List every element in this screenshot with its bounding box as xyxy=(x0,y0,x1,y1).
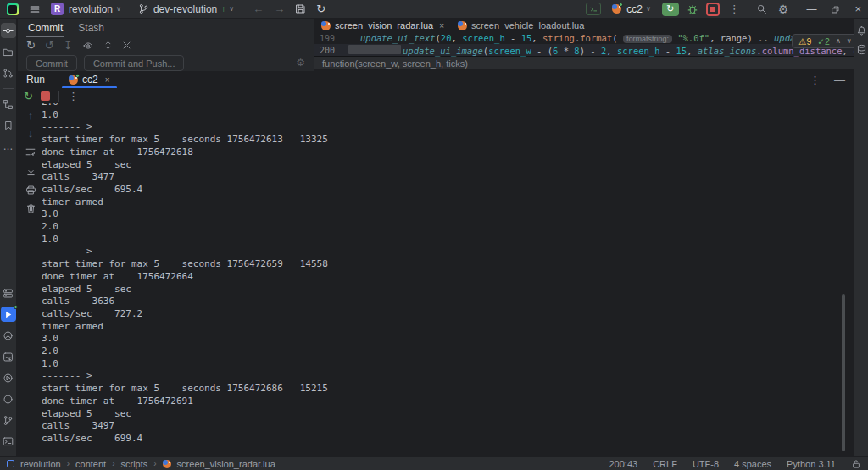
tab-commit[interactable]: Commit xyxy=(28,19,63,37)
hide-toolwindow-icon[interactable]: — xyxy=(834,75,845,86)
bookmark-icon xyxy=(3,120,14,130)
branch-widget[interactable]: dev-revolution ↑ ∨ xyxy=(138,3,234,15)
close-tab-icon[interactable]: × xyxy=(105,75,110,85)
forward-button[interactable]: → xyxy=(274,3,285,14)
stop-button[interactable] xyxy=(706,3,720,16)
project-toolwindow-button[interactable] xyxy=(1,44,16,59)
commit-and-push-button[interactable]: Commit and Push... xyxy=(84,55,185,71)
search-everywhere-button[interactable] xyxy=(756,3,767,14)
code-area[interactable]: 199update_ui_text(20, screen_h - 15, str… xyxy=(314,32,854,56)
close-window-button[interactable]: × xyxy=(854,3,861,15)
sync-button[interactable]: ↻ xyxy=(316,3,326,14)
breadcrumb-item[interactable]: scripts xyxy=(120,459,147,469)
more-actions-icon[interactable]: ⋮ xyxy=(729,3,740,14)
stop-icon[interactable] xyxy=(41,91,50,101)
close-tab-icon[interactable]: × xyxy=(439,21,444,30)
commit-toolwindow-button[interactable] xyxy=(1,23,16,38)
editor-tabs: screen_vision_radar.lua × screen_vehicle… xyxy=(314,19,854,32)
save-icon xyxy=(295,3,306,14)
python-packages-button[interactable] xyxy=(1,328,16,343)
structure-icon xyxy=(3,99,14,110)
clear-all-icon[interactable] xyxy=(25,202,36,214)
line-separator-widget[interactable]: CRLF xyxy=(653,459,677,469)
breadcrumb-item[interactable]: screen_vision_radar.lua xyxy=(177,459,275,469)
run-toolwindow-button[interactable] xyxy=(1,307,16,322)
prev-problem-icon[interactable]: ∧ xyxy=(836,37,841,45)
commit-options-gear-icon[interactable]: ⚙ xyxy=(296,57,305,69)
endpoints-button[interactable] xyxy=(1,370,16,385)
breadcrumb-item[interactable]: content xyxy=(75,459,106,469)
editor-tab-inactive[interactable]: screen_vehicle_loadout.lua xyxy=(458,20,584,30)
bookmarks-toolwindow-button[interactable] xyxy=(1,118,16,133)
settings-gear-icon[interactable]: ⚙ xyxy=(778,3,789,15)
breadcrumb-item[interactable]: revolution xyxy=(20,459,61,469)
main-menu-icon[interactable] xyxy=(29,3,41,15)
code-line[interactable]: 199update_ui_text(20, screen_h - 15, str… xyxy=(314,32,854,44)
indent-widget[interactable]: 4 spaces xyxy=(734,459,771,469)
scroll-to-end-icon[interactable] xyxy=(25,164,36,176)
collapse-all-icon[interactable] xyxy=(122,39,131,51)
back-button[interactable]: ← xyxy=(253,3,264,14)
minimize-button[interactable]: — xyxy=(806,3,816,15)
title-bar: R revolution ∨ dev-revolution ↑ ∨ ← → ↻ … xyxy=(0,0,868,19)
more-icon[interactable]: ⋮ xyxy=(68,91,79,102)
python-console-button[interactable] xyxy=(1,349,16,364)
run-tab-cc2[interactable]: cc2 × xyxy=(67,71,112,88)
caret-position-widget[interactable]: 200:43 xyxy=(609,459,638,469)
console-scrollbar[interactable] xyxy=(842,294,845,451)
restore-button[interactable] xyxy=(831,3,840,15)
database-toolwindow-button[interactable] xyxy=(854,42,868,56)
sticky-function-line[interactable]: function(screen_w, screen_h, ticks) xyxy=(314,56,854,69)
expand-collapse-icon[interactable] xyxy=(103,39,113,51)
more-toolwindows-button[interactable]: … xyxy=(1,139,16,154)
terminal-toolwindow-button[interactable] xyxy=(1,434,16,449)
version-control-button[interactable] xyxy=(1,412,16,428)
save-all-button[interactable] xyxy=(295,3,306,14)
services-icon xyxy=(3,288,14,299)
terminal-quick-icon[interactable] xyxy=(586,3,601,15)
run-options-icon[interactable]: ⋮ xyxy=(810,75,821,86)
preview-diff-eye-icon[interactable] xyxy=(82,39,94,51)
lock-icon[interactable] xyxy=(851,458,861,469)
interpreter-widget[interactable]: Python 3.11 xyxy=(787,459,836,469)
run-header: Run cc2 × ⋮ — xyxy=(18,71,854,88)
encoding-widget[interactable]: UTF-8 xyxy=(693,459,719,469)
project-widget[interactable]: R revolution ∨ xyxy=(51,3,121,15)
chevron-down-icon: ∨ xyxy=(116,5,121,13)
down-stack-trace-icon[interactable]: ↓ xyxy=(28,128,34,139)
editor-tab-active[interactable]: screen_vision_radar.lua × xyxy=(321,20,444,30)
print-icon[interactable] xyxy=(25,184,36,196)
branch-name: dev-revolution xyxy=(153,3,217,15)
console-output[interactable]: 2.0 1.0 ------- > start timer for max 5 … xyxy=(42,97,328,445)
chevron-down-icon: ∨ xyxy=(229,5,234,13)
rerun-button[interactable]: ↻ xyxy=(662,3,679,16)
run-tab-label: cc2 xyxy=(82,74,98,86)
line-number: 200 xyxy=(314,46,347,55)
tab-stash[interactable]: Stash xyxy=(78,19,104,37)
notifications-button[interactable] xyxy=(854,24,868,37)
commit-toolbar: ↻ ↺ ↧ xyxy=(18,37,314,53)
git-branch-icon xyxy=(3,415,14,426)
running-indicator-dot xyxy=(75,74,80,78)
rollback-icon[interactable]: ↺ xyxy=(45,40,54,51)
code-line[interactable]: 200update_ui_image(screen_w - (6 * 8) - … xyxy=(314,44,854,56)
shelve-icon[interactable]: ↧ xyxy=(64,40,73,51)
up-stack-trace-icon[interactable]: ↑ xyxy=(28,110,34,121)
debug-button[interactable] xyxy=(687,3,698,15)
rerun-icon[interactable]: ↻ xyxy=(24,90,33,102)
bug-icon xyxy=(687,3,698,15)
soft-wrap-icon[interactable] xyxy=(25,146,36,158)
commit-panel: Commit Stash ↻ ↺ ↧ Commit Commit and Pus… xyxy=(18,19,314,71)
ide-logo-icon[interactable] xyxy=(7,3,19,15)
python-console-icon xyxy=(3,351,14,362)
pull-requests-button[interactable] xyxy=(1,65,16,80)
refresh-icon[interactable]: ↻ xyxy=(26,40,36,51)
problems-toolwindow-button[interactable] xyxy=(1,391,16,406)
next-problem-icon[interactable]: ∨ xyxy=(847,37,852,45)
run-tool-window: Run cc2 × ⋮ — ↻ ⋮ ↑ ↓ 2.0 1.0 - xyxy=(18,71,854,456)
commit-button[interactable]: Commit xyxy=(26,55,77,71)
structure-toolwindow-button[interactable] xyxy=(1,97,16,112)
run-config-widget[interactable]: cc2 ∨ xyxy=(612,3,651,15)
services-toolwindow-button[interactable] xyxy=(1,285,16,301)
inspection-widget[interactable]: ⚠9 ✓2 ∧ ∨ xyxy=(792,34,859,48)
